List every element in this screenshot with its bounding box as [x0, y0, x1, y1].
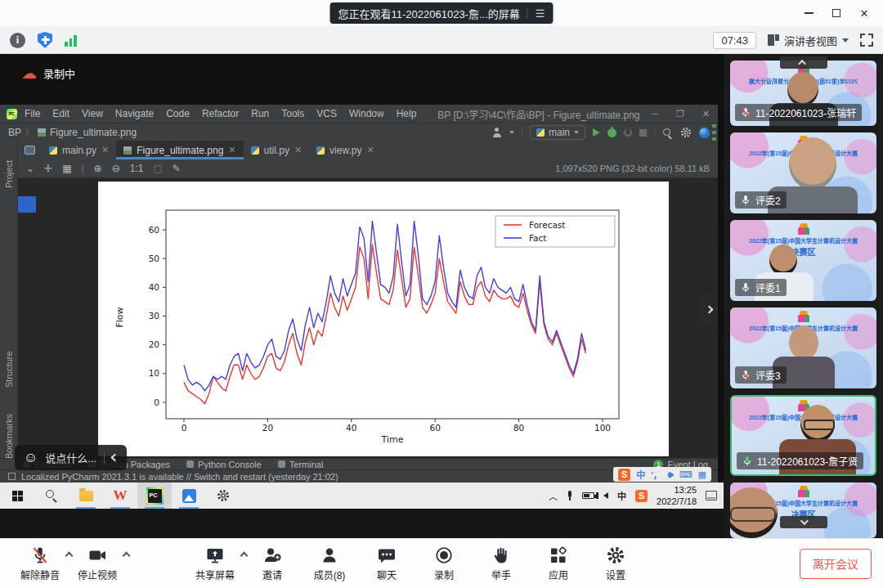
tool-window-project[interactable]: Project	[0, 146, 18, 203]
taskbar-settings-button[interactable]	[206, 483, 240, 509]
network-signal-icon[interactable]	[65, 34, 77, 47]
tab-util-py[interactable]: util.py✕	[244, 141, 310, 159]
chevron-down-icon[interactable]: ⌄	[26, 163, 34, 174]
chat-quick-bar[interactable]: ☺ 说点什么...	[15, 445, 127, 470]
zoom-out-icon[interactable]: ⊖	[112, 163, 120, 174]
grid-icon[interactable]: ▦	[62, 163, 71, 174]
stop-video-button[interactable]: 停止视频	[76, 545, 119, 581]
zoom-in-icon[interactable]: ⊕	[94, 163, 102, 174]
input-lang-icon[interactable]: 中	[636, 468, 645, 481]
debug-button[interactable]	[607, 128, 616, 137]
share-screen-button[interactable]: 共享屏幕	[194, 545, 236, 581]
chat-button[interactable]: 聊天	[365, 545, 408, 581]
maximize-button[interactable]	[822, 0, 850, 26]
close-icon[interactable]: ✕	[366, 145, 374, 155]
raise-hand-button[interactable]: 举手	[480, 545, 522, 581]
file-explorer-button[interactable]	[69, 483, 103, 509]
meeting-info-icon[interactable]: i	[10, 33, 25, 48]
menu-refactor[interactable]: Refactor	[202, 108, 239, 119]
menu-navigate[interactable]: Navigate	[115, 108, 154, 119]
share-menu-icon[interactable]: ☰	[536, 8, 545, 19]
collapse-chat-icon[interactable]	[111, 454, 119, 462]
share-options-chevron[interactable]	[240, 552, 249, 560]
emoji-icon[interactable]: ☺	[24, 451, 38, 465]
sogou-tray-icon[interactable]: S	[635, 490, 648, 502]
toolbox-icon[interactable]: ▦	[698, 469, 706, 480]
run-button[interactable]	[593, 128, 600, 137]
scroll-down-button[interactable]	[780, 516, 827, 528]
participant-tile[interactable]: 2022年(第15届)中国大学生计算机设计大赛 决赛区 评委3	[730, 307, 876, 388]
run-config-selector[interactable]: main	[530, 125, 585, 140]
share-title-pill[interactable]: 您正在观看11-2022061023-詹...的屏幕 ☰	[330, 2, 554, 24]
participant-tile-active-speaker[interactable]: 2022年(第15届)中国大学生计算机设计大赛 11-2022061023-詹子…	[730, 395, 876, 476]
menu-window[interactable]: Window	[349, 108, 384, 119]
participant-tile[interactable]: 2022年(第15届)中国大学生计算机设计大赛 决赛区 评委1	[730, 220, 876, 301]
close-icon[interactable]: ✕	[228, 145, 235, 155]
pycharm-minimize[interactable]: ─	[652, 109, 658, 119]
avatar[interactable]	[699, 128, 710, 138]
start-button[interactable]	[0, 483, 34, 509]
menu-help[interactable]: Help	[397, 108, 417, 119]
photos-button[interactable]	[172, 483, 206, 509]
apps-button[interactable]: 应用	[537, 545, 580, 581]
invite-button[interactable]: 邀请	[251, 545, 294, 581]
pycharm-restore[interactable]: ❐	[676, 109, 684, 119]
participant-tile[interactable]: 2022年(第15届)中国大学生计算机设计大赛 评委2	[730, 132, 876, 213]
unmute-button[interactable]: 解除静音	[19, 545, 61, 581]
sidebar-collapse-handle[interactable]	[700, 293, 718, 325]
notification-center-icon[interactable]	[706, 491, 717, 500]
chat-input-placeholder[interactable]: 说点什么...	[45, 450, 96, 465]
video-options-chevron[interactable]	[123, 552, 131, 560]
members-button[interactable]: 成员(8)	[308, 545, 351, 581]
close-icon[interactable]: ✕	[294, 145, 302, 155]
wps-button[interactable]: W	[103, 483, 137, 509]
taskbar-clock[interactable]: 13:25 2022/7/18	[657, 484, 697, 508]
tray-mic-icon[interactable]	[567, 491, 573, 501]
participant-tile[interactable]: 2022年(第15届)中国大学生计算机设计大赛 11-2022061023-张瑞…	[730, 61, 876, 126]
mic-options-chevron[interactable]	[65, 552, 74, 560]
breadcrumb-file[interactable]: Figure_ultimate.png	[50, 127, 137, 138]
menu-edit[interactable]: Edit	[52, 108, 69, 119]
tool-window-python-console[interactable]: Python Console	[186, 460, 262, 469]
menu-view[interactable]: View	[82, 108, 103, 119]
scroll-up-button[interactable]	[780, 56, 827, 69]
pan-icon[interactable]: ✛	[44, 163, 52, 174]
settings-icon[interactable]	[680, 127, 692, 138]
tab-figure-ultimate-png[interactable]: Figure_ultimate.png✕	[116, 141, 243, 159]
search-button[interactable]	[34, 483, 69, 509]
voice-input-icon[interactable]: 🕪	[668, 469, 674, 480]
participant-tile[interactable]: 2022年(第15届)中国大学生计算机设计大赛 决赛区	[730, 483, 876, 538]
edit-pencil-icon[interactable]: ✎	[173, 163, 181, 174]
tab-view-py[interactable]: view.py✕	[309, 141, 382, 159]
breadcrumb-project[interactable]: BP	[8, 127, 21, 138]
fullscreen-icon[interactable]	[860, 34, 873, 47]
punctuation-icon[interactable]: '，	[651, 468, 662, 481]
menu-file[interactable]: File	[25, 108, 40, 119]
tool-window-structure[interactable]: Structure	[0, 340, 18, 399]
menu-tools[interactable]: Tools	[281, 108, 304, 119]
speaker-icon[interactable]	[603, 492, 608, 499]
status-message[interactable]: Localized PyCharm 2021.3.1 is available …	[21, 472, 338, 482]
tool-window-terminal[interactable]: Terminal	[278, 460, 324, 469]
record-button[interactable]: 录制	[423, 545, 465, 581]
view-mode-dropdown[interactable]: 演讲者视图	[768, 33, 849, 48]
editor-monitor-icon[interactable]	[25, 146, 35, 155]
security-shield-icon[interactable]	[38, 32, 52, 48]
menu-vcs[interactable]: VCS	[316, 108, 337, 119]
figure-image[interactable]: 0204060801000102030405060TimeFlowForecas…	[98, 182, 669, 456]
settings-button[interactable]: 设置	[594, 545, 637, 581]
run-coverage-icon[interactable]	[624, 128, 632, 137]
input-language-indicator[interactable]: 中	[617, 489, 626, 502]
user-icon[interactable]	[492, 128, 502, 137]
close-icon[interactable]: ✕	[101, 145, 109, 155]
pycharm-close[interactable]: ✕	[702, 109, 710, 119]
search-everywhere-icon[interactable]	[662, 128, 673, 138]
pycharm-taskbar-button[interactable]: PC	[137, 483, 172, 509]
minimize-button[interactable]	[795, 0, 822, 26]
sogou-icon[interactable]: S	[618, 469, 630, 481]
fit-zoom-icon[interactable]: ▢	[153, 163, 162, 174]
close-button[interactable]: ✕	[850, 0, 878, 26]
keyboard-icon[interactable]: ⌨	[679, 469, 693, 480]
actual-size-label[interactable]: 1:1	[130, 163, 144, 174]
battery-icon[interactable]	[582, 492, 594, 499]
